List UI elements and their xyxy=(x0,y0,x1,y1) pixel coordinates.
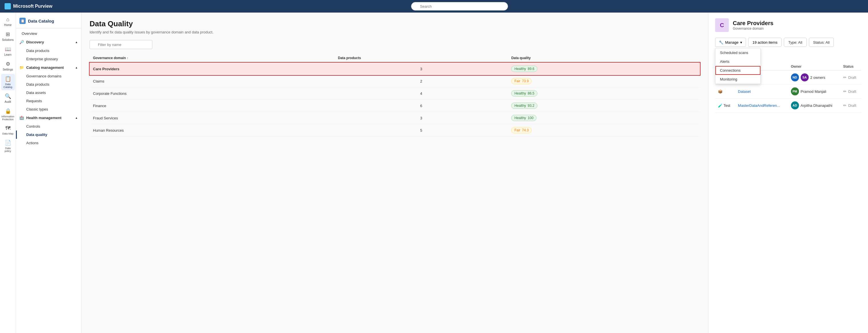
discovery-section-label: Discovery xyxy=(26,40,44,44)
info-protection-icon: 🔒 xyxy=(5,108,11,114)
sidebar-header-icon: 📋 xyxy=(20,18,26,24)
table-row[interactable]: Human Resources 5 Fair 74.3 xyxy=(90,124,700,137)
nav-item-learn[interactable]: 📖 Learn xyxy=(1,44,15,58)
sidebar-item-actions[interactable]: Actions xyxy=(16,139,81,147)
sidebar-item-data-assets[interactable]: Data assets xyxy=(16,88,81,97)
nav-label-data-catalog: Data Catalog xyxy=(2,83,14,88)
detail-cell-status: ✏ Draft xyxy=(840,71,861,85)
quality-badge: Fair 74.3 xyxy=(511,127,532,133)
quality-badge: Fair 73.9 xyxy=(511,78,532,84)
nav-item-data-catalog[interactable]: 📋 Data Catalog xyxy=(1,74,15,90)
detail-header: C Care Providers Governance domain xyxy=(715,18,861,32)
nav-label-audit: Audit xyxy=(5,100,11,103)
manage-button[interactable]: 🔧 Manage ▾ xyxy=(715,38,746,47)
data-catalog-icon: 📋 xyxy=(5,76,11,82)
nav-item-data-policy[interactable]: 📄 Data policy xyxy=(1,138,15,154)
sidebar-item-classic-types[interactable]: Classic types xyxy=(16,105,81,113)
owners-label: 2 owners xyxy=(810,75,826,80)
table-row[interactable]: Fraud Services 3 Healthy 100 xyxy=(90,112,700,124)
sidebar-item-controls[interactable]: Controls xyxy=(16,122,81,131)
catalog-management-label: Catalog management xyxy=(26,65,64,70)
cell-data-quality: Healthy 86.5 xyxy=(508,87,700,100)
edit-icon: ✏ xyxy=(843,103,847,108)
quality-label: Fair xyxy=(514,128,520,132)
classic-types-label: Classic types xyxy=(26,107,48,111)
sidebar-item-data-quality[interactable]: Data quality xyxy=(16,131,81,139)
solutions-icon: ⊞ xyxy=(6,31,10,37)
owner-avatar: AD xyxy=(791,102,799,109)
detail-cell-status: ✏ Draft xyxy=(840,99,861,113)
sidebar-section-health-management[interactable]: 🏥 Health management ▲ xyxy=(16,113,81,122)
nav-item-data-map[interactable]: 🗺 Data Map xyxy=(1,124,15,137)
detail-title: Care Providers xyxy=(733,20,773,27)
table-row[interactable]: Care Providers 3 Healthy 89.6 xyxy=(90,62,700,75)
quality-value: 93.2 xyxy=(528,104,534,108)
sidebar-section-catalog-management[interactable]: 📁 Catalog management ▲ xyxy=(16,63,81,72)
sidebar-item-catalog-data-products[interactable]: Data products xyxy=(16,80,81,88)
data-quality-label: Data quality xyxy=(26,133,48,137)
cell-governance-domain: Fraud Services xyxy=(90,112,335,124)
type-value: MasterDataAndReferen... xyxy=(738,103,780,108)
learn-icon: 📖 xyxy=(5,46,11,52)
nav-item-info-protection[interactable]: 🔒 Information Protection xyxy=(1,106,15,122)
quality-value: 100 xyxy=(528,116,533,120)
nav-item-solutions[interactable]: ⊞ Solutions xyxy=(1,29,15,43)
leftnav: ⌂ Home ⊞ Solutions 📖 Learn ⚙ Settings 📋 … xyxy=(0,12,16,333)
catalog-management-icon: 📁 xyxy=(20,65,24,70)
th-data-quality: Data quality xyxy=(508,54,700,62)
table-row[interactable]: Corporate Functions 4 Healthy 86.5 xyxy=(90,87,700,100)
detail-title-group: Care Providers Governance domain xyxy=(733,20,773,31)
edit-icon: ✏ xyxy=(843,89,847,94)
dropdown-item-monitoring[interactable]: Monitoring xyxy=(715,75,761,84)
cell-data-quality: Fair 74.3 xyxy=(508,124,700,137)
main-content-panel: Data Quality Identify and fix data quali… xyxy=(82,12,708,333)
nav-item-audit[interactable]: 🔍 Audit xyxy=(1,91,15,105)
cell-data-quality: Healthy 100 xyxy=(508,112,700,124)
detail-th-status: Status xyxy=(840,63,861,71)
table-row[interactable]: Finance 6 Healthy 93.2 xyxy=(90,100,700,112)
actions-label: Actions xyxy=(26,141,38,145)
filter-bar: ▽ xyxy=(90,40,700,49)
table-row[interactable]: Claims 2 Fair 73.9 xyxy=(90,75,700,87)
detail-cell-type: MasterDataAndReferen... xyxy=(735,99,788,113)
nav-item-home[interactable]: ⌂ Home xyxy=(1,15,15,28)
owners-cell: AD Arpitha Dhanapathi xyxy=(791,102,837,109)
quality-label: Fair xyxy=(514,79,520,83)
detail-table-row[interactable]: 📦 Dataset PM Pramod Manjali ✏ Draft xyxy=(715,85,861,99)
detail-cell-status: ✏ Draft xyxy=(840,85,861,99)
search-container: 🔍 xyxy=(411,2,508,10)
dropdown-item-scheduled-scans[interactable]: Scheduled scans xyxy=(715,48,761,57)
sidebar-item-overview[interactable]: Overview xyxy=(16,29,81,38)
sidebar-item-governance-domains[interactable]: Governance domains xyxy=(16,72,81,80)
sidebar-item-requests[interactable]: Requests xyxy=(16,97,81,105)
detail-table-row[interactable]: 🧪 Test MasterDataAndReferen... AD Arpith… xyxy=(715,99,861,113)
nav-label-learn: Learn xyxy=(4,53,12,56)
row-name: Test xyxy=(723,103,730,108)
detail-cell-owner: PM Pramod Manjali xyxy=(788,85,840,99)
cell-governance-domain: Care Providers xyxy=(90,62,335,75)
status-cell: ✏ Draft xyxy=(843,89,858,94)
th-governance-domain[interactable]: Governance domain xyxy=(90,54,335,62)
status-value: Draft xyxy=(848,75,856,80)
status-cell: ✏ Draft xyxy=(843,103,858,108)
sidebar-section-discovery[interactable]: 🔎 Discovery ▲ xyxy=(16,38,81,47)
sidebar-item-enterprise-glossary[interactable]: Enterprise glossary xyxy=(16,55,81,63)
global-search-input[interactable] xyxy=(411,2,508,10)
filter-type-button[interactable]: Type: All xyxy=(784,38,806,47)
row-icon: 🧪 xyxy=(718,103,722,108)
nav-item-settings[interactable]: ⚙ Settings xyxy=(1,59,15,73)
dropdown-item-connections[interactable]: Connections xyxy=(715,66,761,75)
nav-label-info-protection: Information Protection xyxy=(1,115,14,121)
nav-label-home: Home xyxy=(4,23,12,27)
detail-avatar: C xyxy=(715,18,729,32)
action-items-button[interactable]: 19 action items xyxy=(748,38,782,47)
sidebar-item-discovery-data-products[interactable]: Data products xyxy=(16,47,81,55)
filter-status-button[interactable]: Status: All xyxy=(809,38,834,47)
status-value: Draft xyxy=(848,103,856,108)
health-management-label: Health management xyxy=(26,116,62,120)
governance-domain-table: Governance domain Data products Data qua… xyxy=(90,54,700,137)
filter-by-name-input[interactable] xyxy=(90,40,152,49)
dropdown-item-alerts[interactable]: Alerts xyxy=(715,57,761,66)
quality-label: Healthy xyxy=(514,67,526,71)
filter-input-wrapper: ▽ xyxy=(90,40,152,49)
